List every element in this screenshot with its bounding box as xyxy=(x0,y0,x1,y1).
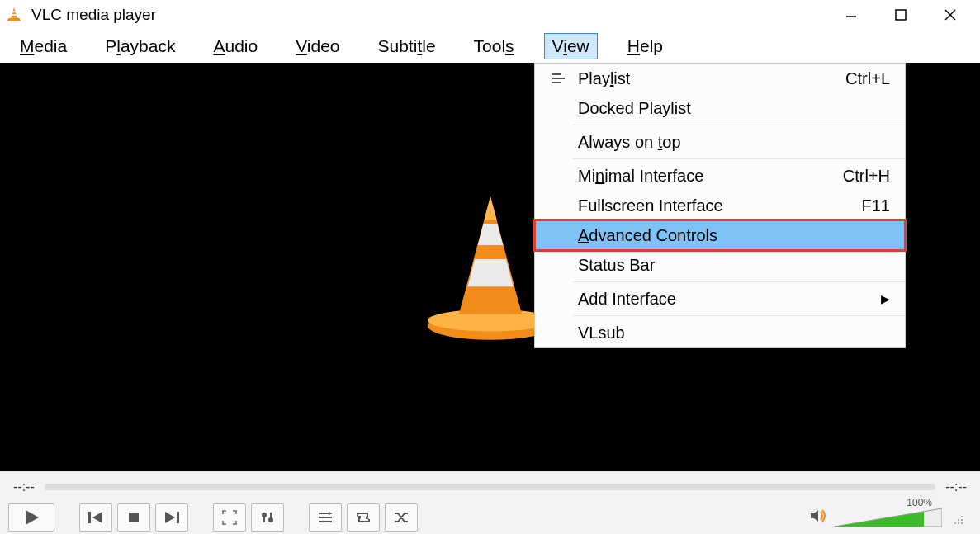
menu-item-shortcut: Ctrl+H xyxy=(843,167,890,186)
playlist-icon xyxy=(543,73,573,84)
menu-tools[interactable]: Tools xyxy=(466,33,523,59)
svg-rect-0 xyxy=(12,11,16,12)
svg-rect-13 xyxy=(177,512,179,523)
next-button[interactable] xyxy=(155,503,188,532)
svg-point-25 xyxy=(958,522,959,524)
menu-item-label: VLsub xyxy=(573,324,890,343)
menu-item-advanced-controls[interactable]: Advanced Controls xyxy=(535,220,905,250)
svg-point-21 xyxy=(961,516,963,517)
menu-item-label: Advanced Controls xyxy=(573,226,890,245)
window-title: VLC media player xyxy=(31,6,156,24)
menu-separator xyxy=(573,125,905,125)
menu-separator xyxy=(573,315,905,316)
svg-rect-3 xyxy=(896,10,906,20)
volume-slider[interactable]: 100% xyxy=(835,507,942,528)
stop-button[interactable] xyxy=(117,503,150,532)
menu-separator xyxy=(573,281,905,282)
menu-audio[interactable]: Audio xyxy=(205,33,266,59)
svg-rect-11 xyxy=(88,512,91,523)
play-button[interactable] xyxy=(8,503,54,532)
playlist-button[interactable] xyxy=(309,503,342,532)
seekbar: --:-- --:-- xyxy=(0,471,980,501)
menu-item-status-bar[interactable]: Status Bar xyxy=(535,250,905,280)
svg-point-24 xyxy=(954,522,956,524)
menu-help[interactable]: Help xyxy=(619,33,671,59)
svg-line-4 xyxy=(945,10,955,20)
volume-area: 100% xyxy=(810,507,972,528)
menu-item-label: Always on top xyxy=(573,133,890,152)
menu-view[interactable]: View xyxy=(544,33,598,59)
menu-item-fullscreen-interface[interactable]: Fullscreen Interface F11 xyxy=(535,191,905,220)
menu-playback[interactable]: Playback xyxy=(97,33,183,59)
menu-item-vlsub[interactable]: VLsub xyxy=(535,318,905,347)
menu-item-label: Minimal Interface xyxy=(573,167,843,186)
menu-subtitle[interactable]: Subtitle xyxy=(370,33,444,59)
playback-controls: 100% xyxy=(0,501,980,534)
menu-item-label: Add Interface xyxy=(573,290,881,309)
menu-item-label: Fullscreen Interface xyxy=(573,196,862,215)
svg-point-26 xyxy=(961,522,963,524)
svg-rect-12 xyxy=(129,513,139,522)
menu-item-add-interface[interactable]: Add Interface ▶ xyxy=(535,284,905,314)
menu-item-shortcut: Ctrl+L xyxy=(845,69,890,88)
seek-track[interactable] xyxy=(45,484,935,490)
submenu-arrow-icon: ▶ xyxy=(881,292,890,305)
menu-item-always-on-top[interactable]: Always on top xyxy=(535,127,905,157)
menu-item-label: Docked Playlist xyxy=(573,99,890,118)
menu-item-shortcut: F11 xyxy=(862,196,890,215)
svg-line-5 xyxy=(945,10,955,20)
vlc-cone-icon xyxy=(5,6,23,24)
svg-rect-1 xyxy=(12,14,17,16)
svg-point-17 xyxy=(269,518,272,522)
minimize-button[interactable] xyxy=(826,0,876,30)
menu-video[interactable]: Video xyxy=(287,33,348,59)
menu-item-docked-playlist[interactable]: Docked Playlist xyxy=(535,93,905,123)
menu-item-label: Status Bar xyxy=(573,256,890,275)
volume-label: 100% xyxy=(907,497,932,508)
svg-point-22 xyxy=(958,519,959,521)
menu-item-playlist[interactable]: Playlist Ctrl+L xyxy=(535,64,905,93)
fullscreen-button[interactable] xyxy=(213,503,246,532)
view-dropdown: Playlist Ctrl+L Docked Playlist Always o… xyxy=(534,63,906,348)
window-controls xyxy=(826,0,975,30)
time-elapsed: --:-- xyxy=(13,480,35,494)
speaker-icon[interactable] xyxy=(810,508,828,527)
resize-grip-icon[interactable] xyxy=(952,513,963,525)
shuffle-button[interactable] xyxy=(385,503,418,532)
menu-separator xyxy=(573,158,905,159)
menu-item-minimal-interface[interactable]: Minimal Interface Ctrl+H xyxy=(535,161,905,191)
menubar: Media Playback Audio Video Subtitle Tool… xyxy=(0,30,980,63)
previous-button[interactable] xyxy=(79,503,112,532)
maximize-button[interactable] xyxy=(876,0,926,30)
menu-media[interactable]: Media xyxy=(12,33,75,59)
svg-point-23 xyxy=(961,519,963,521)
close-button[interactable] xyxy=(926,0,975,30)
titlebar: VLC media player xyxy=(0,0,980,30)
extended-settings-button[interactable] xyxy=(251,503,284,532)
svg-point-16 xyxy=(263,513,266,517)
menu-item-label: Playlist xyxy=(573,69,845,88)
time-total: --:-- xyxy=(945,480,967,494)
loop-button[interactable] xyxy=(347,503,380,532)
